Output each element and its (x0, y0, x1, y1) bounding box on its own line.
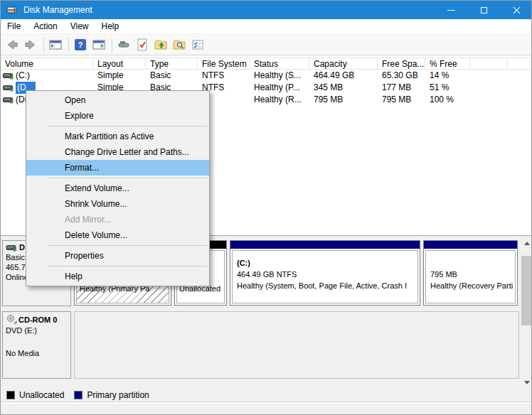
column-header-layout[interactable]: Layout (93, 58, 146, 69)
folder-search-button[interactable] (171, 36, 188, 53)
close-button[interactable] (500, 1, 532, 19)
legend-swatch-unallocated (6, 391, 15, 399)
minimize-icon (447, 10, 455, 11)
context-menu-separator (48, 245, 208, 246)
context-menu-separator (48, 126, 208, 126)
maximize-icon (481, 7, 487, 14)
cell-free-space: 177 MB (378, 82, 425, 94)
partition-c-status: Healthy (System, Boot, Page File, Active… (237, 280, 413, 291)
folder-search-icon (171, 37, 187, 53)
checklist-button[interactable] (189, 36, 206, 53)
column-header-blank (470, 58, 508, 69)
cell-pct-free: 14 % (425, 70, 470, 82)
cell-status: Healthy (S... (250, 70, 309, 82)
folder-up-button[interactable] (152, 36, 169, 53)
cdrom-label[interactable]: CD-ROM 0 DVD (E:) No Media (2, 311, 71, 379)
context-menu-item-help[interactable]: Help (26, 269, 209, 284)
cell-capacity: 795 MB (309, 94, 378, 106)
cell-capacity: 345 MB (309, 82, 378, 94)
context-menu-item-format[interactable]: Format... (26, 160, 209, 176)
context-menu-item-explore[interactable]: Explore (26, 108, 209, 124)
show-console-tree-icon (48, 37, 63, 53)
back-button[interactable] (4, 36, 21, 53)
menu-action[interactable]: Action (27, 19, 63, 33)
volume-name: (C:) (16, 70, 30, 82)
menu-file[interactable]: File (1, 19, 27, 33)
cell-free-space: 65.30 GB (378, 70, 425, 82)
context-menu-separator (48, 178, 208, 178)
context-menu: Open Explore Mark Partition as Active Ch… (26, 90, 210, 286)
cell-type: Basic (146, 70, 198, 82)
maximize-button[interactable] (467, 1, 500, 19)
menu-view[interactable]: View (64, 19, 95, 33)
disk0-type: Basic (6, 253, 25, 262)
show-action-pane-button[interactable] (90, 36, 107, 53)
help-button[interactable]: ? (72, 36, 89, 53)
column-header-volume[interactable]: Volume (1, 58, 93, 69)
legend-item-unallocated: Unallocated (6, 390, 64, 400)
partition-recovery[interactable]: 795 MB Healthy (Recovery Parti (423, 240, 518, 306)
cell-status: Healthy (R... (250, 94, 309, 106)
menu-help[interactable]: Help (95, 19, 126, 33)
checklist-icon (190, 37, 206, 53)
scroll-up-button[interactable] (521, 237, 532, 249)
column-header-status[interactable]: Status (250, 58, 309, 69)
forward-button[interactable] (22, 36, 39, 53)
disk0-size: 465.7 (6, 263, 26, 271)
context-menu-item-change-drive-letter[interactable]: Change Drive Letter and Paths... (26, 144, 209, 160)
volume-drive-icon (3, 84, 14, 92)
cell-layout: Simple (93, 70, 146, 82)
context-menu-item-properties[interactable]: Properties (26, 248, 209, 264)
column-header-free-space[interactable]: Free Spa... (378, 58, 425, 69)
partition-c-size: 464.49 GB NTFS (237, 269, 413, 280)
disk-device-icon (116, 37, 132, 53)
column-header-file-system[interactable]: File System (198, 58, 250, 69)
scroll-down-button[interactable] (521, 377, 532, 389)
column-header-capacity[interactable]: Capacity (309, 58, 378, 69)
cell-pct-free: 100 % (425, 94, 470, 106)
toolbar-separator (43, 38, 44, 52)
disk-icon (6, 244, 17, 252)
context-menu-item-add-mirror: Add Mirror... (26, 212, 209, 227)
graphical-view-scrollbar[interactable] (521, 237, 532, 389)
toolbar-separator (68, 38, 69, 52)
legend-swatch-primary (74, 391, 83, 399)
menu-bar: File Action View Help (1, 19, 531, 34)
context-menu-item-mark-partition-active[interactable]: Mark Partition as Active (26, 129, 209, 144)
disk-management-app-icon (6, 4, 18, 16)
volume-drive-icon (3, 96, 14, 104)
minimize-button[interactable] (435, 1, 467, 19)
volume-table-header: Volume Layout Type File System Status Ca… (1, 58, 531, 70)
context-menu-item-extend-volume[interactable]: Extend Volume... (26, 180, 209, 196)
scrollbar-thumb[interactable] (521, 256, 532, 325)
disk-device-button[interactable] (115, 36, 132, 53)
show-action-pane-icon (91, 37, 107, 53)
legend-bar: Unallocated Primary partition (1, 388, 531, 402)
legend-label: Unallocated (19, 390, 64, 400)
partition-color-bar (230, 241, 420, 249)
cell-capacity: 464.49 GB (309, 70, 378, 82)
cell-file-system: NTFS (198, 70, 250, 82)
back-icon (4, 37, 20, 53)
context-menu-item-open[interactable]: Open (26, 92, 209, 108)
context-menu-item-delete-volume[interactable]: Delete Volume... (26, 227, 209, 243)
status-strip (1, 403, 531, 415)
check-document-button[interactable] (134, 36, 151, 53)
table-row-c[interactable]: (C:) Simple Basic NTFS Healthy (S... 464… (1, 70, 531, 82)
partition-c[interactable]: (C:) 464.49 GB NTFS Healthy (System, Boo… (230, 240, 420, 306)
cell-status: Healthy (P... (250, 82, 309, 94)
column-header-pct-free[interactable]: % Free (425, 58, 470, 69)
scroll-up-icon (524, 242, 530, 245)
cell-free-space: 795 MB (378, 94, 425, 106)
legend-item-primary-partition: Primary partition (74, 390, 149, 400)
title-bar: Disk Management (1, 1, 532, 19)
partition-recovery-size: 795 MB (430, 269, 511, 280)
check-document-icon (134, 37, 150, 53)
legend-label: Primary partition (87, 390, 149, 400)
cdrom-media-area[interactable] (74, 311, 519, 379)
show-console-tree-button[interactable] (47, 36, 64, 53)
context-menu-item-shrink-volume[interactable]: Shrink Volume... (26, 196, 209, 212)
cdrom-type: DVD (E:) (6, 326, 37, 335)
help-icon: ? (75, 39, 86, 50)
column-header-type[interactable]: Type (146, 58, 198, 69)
